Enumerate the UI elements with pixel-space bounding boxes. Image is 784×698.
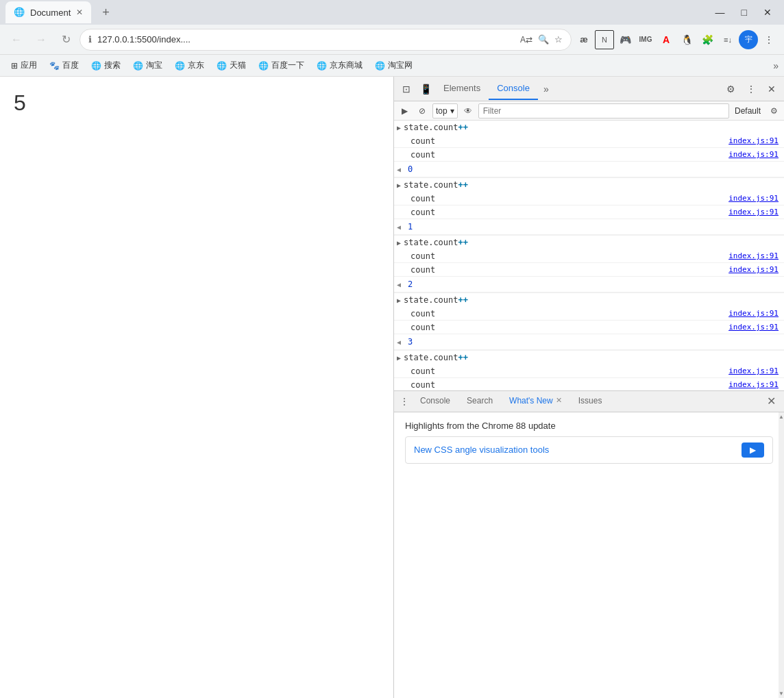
browser-tab[interactable]: 🌐 Document ✕	[5, 1, 91, 23]
whats-new-close-icon[interactable]: ✕	[556, 396, 562, 405]
minimize-button[interactable]: —	[709, 4, 732, 21]
devtools-options-icon[interactable]: ⋮	[742, 79, 761, 99]
top-dropdown-icon: ▾	[450, 106, 454, 116]
extension-adobe-icon[interactable]: A	[657, 30, 676, 49]
bottom-panel-close[interactable]: ✕	[761, 392, 781, 410]
eye-icon-button[interactable]: 👁	[461, 103, 476, 119]
tab-console[interactable]: Console	[489, 77, 538, 100]
console-output[interactable]: ▶ state.count++ count index.js:91 count …	[394, 121, 784, 390]
whats-new-scroll-area[interactable]: New CSS angle visualization tools ▶	[405, 436, 773, 464]
console-expandable-3[interactable]: ▶ state.count++	[394, 293, 784, 307]
bookmark-taobao[interactable]: 🌐淘宝	[127, 57, 168, 74]
bookmark-baidu[interactable]: 🐾百度	[44, 57, 84, 74]
zoom-icon[interactable]: 🔍	[538, 34, 549, 45]
bookmark-search[interactable]: 🌐搜索	[86, 57, 126, 74]
tab-elements[interactable]: Elements	[435, 77, 489, 100]
window-controls: — □ ✕	[709, 4, 779, 21]
row-label: count	[411, 366, 435, 376]
console-value-2: ◀ 2	[394, 277, 784, 292]
top-context-select[interactable]: top ▾	[432, 103, 458, 119]
bookmark-apps[interactable]: ⊞应用	[5, 57, 42, 74]
maximize-button[interactable]: □	[735, 4, 754, 21]
count-val-3: 3	[402, 336, 418, 348]
console-row-0-1[interactable]: count index.js:91	[394, 148, 784, 162]
count-val-1: 1	[402, 221, 418, 233]
source-link-1-1[interactable]: index.js:91	[728, 208, 779, 216]
browser-toolbar: ← → ↻ ℹ 127.0.0.1:5500/index.... A⇄ 🔍 ☆ …	[0, 25, 784, 55]
whats-new-content: Highlights from the Chrome 88 update New…	[394, 412, 784, 699]
devtools-close-icon[interactable]: ✕	[762, 79, 781, 99]
source-link-2-0[interactable]: index.js:91	[728, 251, 779, 260]
tab-console-bottom[interactable]: Console	[412, 389, 458, 414]
row-label: count	[411, 136, 435, 146]
console-expandable-0[interactable]: ▶ state.count++	[394, 121, 784, 134]
learn-more-button[interactable]: ▶	[742, 443, 764, 458]
bookmark-jd[interactable]: 🌐京东	[169, 57, 210, 74]
bookmark-tmall[interactable]: 🌐天猫	[211, 57, 252, 74]
console-row-1-0[interactable]: count index.js:91	[394, 192, 784, 205]
bookmark-baidu-search[interactable]: 🌐百度一下	[253, 57, 310, 74]
devtools-settings-icon[interactable]: ⚙	[721, 79, 740, 99]
close-button[interactable]: ✕	[757, 4, 779, 21]
console-row-2-0[interactable]: count index.js:91	[394, 249, 784, 263]
source-link-3-1[interactable]: index.js:91	[728, 323, 779, 332]
row-label: count	[411, 323, 435, 332]
forward-button[interactable]: →	[30, 29, 52, 51]
devtools-panel: ⊡ 📱 Elements Console » ⚙ ⋮ ✕ ▶ ⊘ top ▾ 👁…	[393, 77, 784, 698]
extension-n-icon[interactable]: N	[595, 30, 614, 49]
source-link-0-1[interactable]: index.js:91	[728, 150, 779, 159]
profile-icon[interactable]: 宇	[739, 30, 758, 49]
source-link-3-0[interactable]: index.js:91	[728, 309, 779, 318]
bookmark-jd-mall[interactable]: 🌐京东商城	[311, 57, 368, 74]
console-row-0-0[interactable]: count index.js:91	[394, 134, 784, 148]
extension-img-icon[interactable]: IMG	[636, 30, 655, 49]
console-settings-icon[interactable]: ⚙	[766, 103, 781, 119]
menu-icon[interactable]: ⋮	[759, 30, 779, 49]
bottom-more-button[interactable]: ⋮	[397, 393, 412, 410]
bookmarks-more-button[interactable]: »	[773, 60, 779, 71]
console-row-1-1[interactable]: count index.js:91	[394, 205, 784, 219]
devtools-device-icon[interactable]: 📱	[416, 79, 435, 99]
back-button[interactable]: ←	[5, 29, 27, 51]
tab-close-icon[interactable]: ✕	[76, 8, 83, 17]
translate-icon[interactable]: A⇄	[520, 35, 532, 45]
source-link-0-0[interactable]: index.js:91	[728, 136, 779, 145]
console-row-3-0[interactable]: count index.js:91	[394, 307, 784, 321]
expand-arrow-icon: ▶	[397, 124, 401, 132]
extensions-icon[interactable]: 🧩	[698, 30, 717, 49]
console-clear-button[interactable]: ⊘	[415, 103, 430, 119]
console-expandable-4[interactable]: ▶ state.count++	[394, 351, 784, 364]
tab-whats-new[interactable]: What's New ✕	[501, 389, 570, 414]
extension-ae-icon[interactable]: æ	[574, 30, 593, 49]
console-expandable-2[interactable]: ▶ state.count++	[394, 236, 784, 249]
console-row-4-0[interactable]: count index.js:91	[394, 364, 784, 378]
console-group-3: ▶ state.count++ count index.js:91 count …	[394, 293, 784, 351]
address-bar[interactable]: ℹ 127.0.0.1:5500/index.... A⇄ 🔍 ☆	[79, 29, 572, 51]
console-row-2-1[interactable]: count index.js:91	[394, 263, 784, 277]
extension-penguin-icon[interactable]: 🐧	[677, 30, 696, 49]
extension-game-icon[interactable]: 🎮	[615, 30, 635, 49]
tab-search-bottom[interactable]: Search	[458, 389, 501, 414]
console-row-4-1[interactable]: count index.js:91	[394, 378, 784, 390]
tab-issues-bottom[interactable]: Issues	[570, 389, 611, 414]
console-play-button[interactable]: ▶	[397, 103, 412, 119]
console-expandable-1[interactable]: ▶ state.count++	[394, 178, 784, 192]
devtools-header: ⊡ 📱 Elements Console » ⚙ ⋮ ✕	[394, 77, 784, 101]
console-value-0: ◀ 0	[394, 162, 784, 177]
filter-input[interactable]	[478, 103, 729, 119]
devtools-more-tabs[interactable]: »	[538, 81, 554, 97]
source-link-4-0[interactable]: index.js:91	[728, 366, 779, 375]
source-link-2-1[interactable]: index.js:91	[728, 265, 779, 274]
console-row-3-1[interactable]: count index.js:91	[394, 321, 784, 334]
source-link-4-1[interactable]: index.js:91	[728, 380, 779, 389]
source-link-1-0[interactable]: index.js:91	[728, 194, 779, 203]
star-icon[interactable]: ☆	[554, 34, 563, 45]
new-css-link[interactable]: New CSS angle visualization tools	[414, 445, 549, 455]
reload-button[interactable]: ↻	[55, 29, 77, 51]
console-group-4: ▶ state.count++ count index.js:91 count …	[394, 351, 784, 390]
bookmark-taobao-net[interactable]: 🌐淘宝网	[369, 57, 418, 74]
devtools-inspect-icon[interactable]: ⊡	[397, 79, 416, 99]
cast-icon[interactable]: ≡↓	[718, 30, 737, 49]
count-display: 5	[14, 90, 26, 115]
new-tab-button[interactable]: +	[97, 3, 115, 23]
